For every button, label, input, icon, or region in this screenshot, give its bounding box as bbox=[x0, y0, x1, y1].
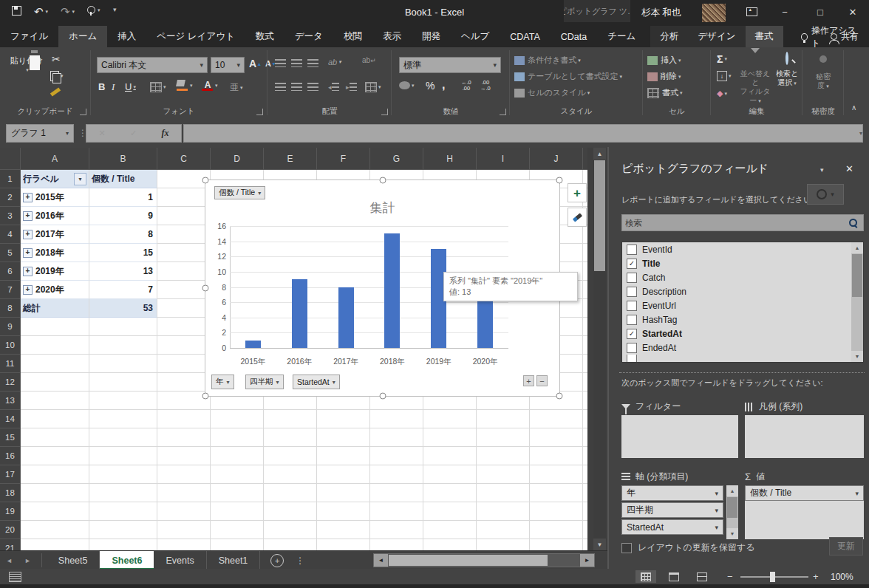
cell-C3[interactable] bbox=[157, 207, 211, 225]
cell-mode-icon[interactable] bbox=[9, 572, 21, 582]
field-item-StartedAt[interactable]: ✓StartedAt bbox=[622, 327, 863, 341]
legend-drop-area[interactable] bbox=[745, 415, 864, 458]
expand-icon[interactable]: + bbox=[23, 211, 33, 221]
tab-ファイル[interactable]: ファイル bbox=[0, 26, 58, 47]
row-header-16[interactable]: 16 bbox=[0, 447, 21, 465]
cell-D17[interactable] bbox=[211, 465, 264, 484]
cell-C19[interactable] bbox=[157, 502, 211, 521]
cell-B15[interactable] bbox=[89, 428, 157, 447]
cell-E16[interactable] bbox=[264, 447, 317, 465]
expand-formula-bar-icon[interactable]: ▾ bbox=[859, 130, 862, 137]
cell-C9[interactable] bbox=[157, 318, 211, 336]
format-cells-button[interactable]: 書式▾ bbox=[647, 87, 683, 98]
scroll-down-icon[interactable]: ▼ bbox=[726, 528, 738, 539]
pane-options-icon[interactable]: ▾ bbox=[820, 166, 824, 174]
cell-H15[interactable] bbox=[423, 428, 477, 447]
row-header-1[interactable]: 1 bbox=[0, 170, 21, 188]
clipboard-dialog-launcher[interactable] bbox=[80, 109, 86, 115]
vertical-scrollbar[interactable]: ▲ ▼ bbox=[593, 148, 606, 550]
cell-E15[interactable] bbox=[264, 428, 317, 447]
unchecked-checkbox[interactable] bbox=[627, 355, 637, 363]
row-header-14[interactable]: 14 bbox=[0, 410, 21, 428]
cell-H20[interactable] bbox=[423, 521, 477, 539]
cell-G15[interactable] bbox=[370, 428, 423, 447]
top-align-icon[interactable] bbox=[275, 59, 286, 67]
column-header-A[interactable]: A bbox=[21, 148, 89, 170]
cell-A12[interactable] bbox=[21, 373, 89, 392]
cell-B6[interactable]: 13 bbox=[89, 262, 157, 281]
cell-E14[interactable] bbox=[264, 410, 317, 428]
field-item-Title[interactable]: ✓Title bbox=[622, 256, 863, 270]
normal-view-button[interactable] bbox=[635, 570, 656, 583]
cell-D15[interactable] bbox=[211, 428, 264, 447]
axis-item-年[interactable]: 年 bbox=[621, 485, 723, 501]
font-size-combo[interactable]: 10 bbox=[211, 57, 245, 73]
chart-bar-2018年[interactable] bbox=[384, 233, 400, 348]
clear-button[interactable]: ◆▾ bbox=[717, 89, 727, 98]
underline-button[interactable]: U▾ bbox=[125, 81, 136, 92]
chart-axis-field-button-四半期[interactable]: 四半期 bbox=[245, 375, 284, 389]
cell-C18[interactable] bbox=[157, 484, 211, 502]
tab-チーム[interactable]: チーム bbox=[597, 26, 646, 47]
row-header-8[interactable]: 8 bbox=[0, 299, 21, 318]
cell-G17[interactable] bbox=[370, 465, 423, 484]
wrap-text-button[interactable]: ab↵ bbox=[362, 56, 376, 64]
scroll-up-icon[interactable]: ▲ bbox=[726, 485, 738, 496]
increase-decimal-button[interactable]: ←.0.00 bbox=[461, 80, 471, 92]
chart-selection-handle[interactable] bbox=[556, 177, 563, 184]
tab-校閲[interactable]: 校閲 bbox=[333, 26, 372, 47]
cell-D20[interactable] bbox=[211, 521, 264, 539]
chart-zoom-in-button[interactable]: + bbox=[523, 375, 534, 386]
share-button[interactable]: 共有 bbox=[831, 26, 859, 47]
tab-ホーム[interactable]: ホーム bbox=[58, 26, 107, 47]
user-name[interactable]: 杉本 和也 bbox=[641, 7, 681, 19]
cell-D19[interactable] bbox=[211, 502, 264, 521]
cell-J15[interactable] bbox=[530, 428, 583, 447]
axis-scrollbar[interactable]: ▲ ▼ bbox=[726, 485, 738, 539]
field-item-EventId[interactable]: EventId bbox=[622, 242, 863, 256]
tab-挿入[interactable]: 挿入 bbox=[107, 26, 146, 47]
cell-C12[interactable] bbox=[157, 373, 211, 392]
cell-A5[interactable]: +2018年 bbox=[21, 244, 89, 262]
cell-A9[interactable] bbox=[21, 318, 89, 336]
chart-value-field-button[interactable]: 個数 / Title bbox=[214, 186, 265, 199]
cell-B4[interactable]: 8 bbox=[89, 225, 157, 244]
cell-styles-button[interactable]: セルのスタイル▾ bbox=[514, 87, 590, 98]
cell-C20[interactable] bbox=[157, 521, 211, 539]
cell-B1[interactable]: 個数 / Title bbox=[89, 170, 157, 188]
cell-B2[interactable]: 1 bbox=[89, 188, 157, 207]
field-item-HashTag[interactable]: HashTag bbox=[622, 312, 863, 327]
values-drop-area[interactable]: 個数 / Title bbox=[745, 485, 864, 539]
row-header-10[interactable]: 10 bbox=[0, 336, 21, 355]
scroll-up-icon[interactable]: ▲ bbox=[851, 242, 863, 253]
cell-B13[interactable] bbox=[89, 392, 157, 410]
conditional-formatting-button[interactable]: 条件付き書式▾ bbox=[514, 55, 581, 66]
cell-A13[interactable] bbox=[21, 392, 89, 410]
avatar[interactable] bbox=[702, 4, 726, 22]
tab-ページ レイアウト[interactable]: ページ レイアウト bbox=[146, 26, 245, 47]
cell-I17[interactable] bbox=[477, 465, 530, 484]
row-header-3[interactable]: 3 bbox=[0, 207, 21, 225]
align-center-icon[interactable] bbox=[291, 83, 302, 91]
paste-button[interactable]: 貼り付け ▾ bbox=[7, 52, 46, 73]
cell-H16[interactable] bbox=[423, 447, 477, 465]
column-header-B[interactable]: B bbox=[89, 148, 157, 170]
sheet-nav-left-icon[interactable]: ◄ bbox=[0, 551, 18, 570]
sheet-nav-right-icon[interactable]: ► bbox=[18, 551, 37, 570]
scroll-down-icon[interactable]: ▼ bbox=[851, 351, 863, 362]
row-header-5[interactable]: 5 bbox=[0, 244, 21, 262]
cell-C15[interactable] bbox=[157, 428, 211, 447]
checked-checkbox[interactable]: ✓ bbox=[627, 329, 637, 339]
cell-C5[interactable] bbox=[157, 244, 211, 262]
unchecked-checkbox[interactable] bbox=[627, 343, 637, 353]
alignment-dialog-launcher[interactable] bbox=[381, 109, 388, 115]
cell-J21[interactable] bbox=[530, 539, 583, 550]
cell-F16[interactable] bbox=[317, 447, 370, 465]
cell-A8[interactable]: 総計 bbox=[21, 299, 89, 318]
row-header-7[interactable]: 7 bbox=[0, 281, 21, 299]
insert-function-icon[interactable]: fx bbox=[161, 128, 168, 139]
cell-G18[interactable] bbox=[370, 484, 423, 502]
minimize-button[interactable]: − bbox=[769, 0, 801, 24]
cell-C6[interactable] bbox=[157, 262, 211, 281]
cell-B16[interactable] bbox=[89, 447, 157, 465]
